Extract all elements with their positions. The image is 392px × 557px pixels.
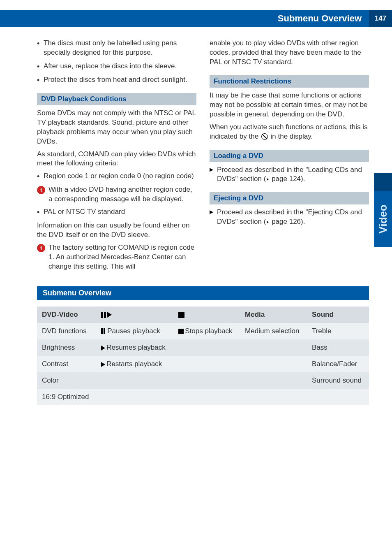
col-pause-play bbox=[96, 306, 173, 323]
body-text: Information on this can usually be found… bbox=[37, 221, 196, 240]
section-heading-restrictions: Functional Restrictions bbox=[210, 75, 369, 88]
list-item: Protect the discs from heat and direct s… bbox=[37, 75, 196, 85]
submenu-table: DVD-Video Media Sound DVD functions Paus… bbox=[37, 306, 369, 405]
body-text: As standard, COMAND can play video DVDs … bbox=[37, 150, 196, 169]
no-entry-icon bbox=[261, 133, 268, 140]
body-text: enable you to play video DVDs with other… bbox=[210, 39, 369, 67]
page-ref-icon bbox=[267, 221, 269, 223]
stop-icon bbox=[178, 312, 184, 318]
info-icon: i bbox=[37, 186, 45, 194]
table-row: 16:9 Optimized bbox=[37, 389, 369, 405]
chapter-tab-label: Video bbox=[377, 204, 390, 233]
col-dvd-video: DVD-Video bbox=[37, 306, 96, 323]
pause-play-icon bbox=[101, 312, 113, 318]
list-item: PAL or NTSC TV standard bbox=[37, 207, 196, 217]
submenu-overview-bar: Submenu Overview bbox=[37, 286, 369, 300]
page-ref-icon bbox=[267, 178, 269, 181]
procedure-step: Proceed as described in the "Loading CDs… bbox=[210, 165, 369, 184]
table-row: Contrast Restarts playback Balance/Fader bbox=[37, 356, 369, 372]
table-header-row: DVD-Video Media Sound bbox=[37, 306, 369, 323]
body-text: When you activate such functions or acti… bbox=[210, 123, 369, 142]
list-item: Region code 1 or region code 0 (no regio… bbox=[37, 172, 196, 181]
page-title: Submenu Overview bbox=[278, 13, 365, 24]
table-row: Brightness Resumes playback Bass bbox=[37, 339, 369, 356]
info-text: With a video DVD having another region c… bbox=[48, 185, 196, 204]
procedure-list: Proceed as described in the "Loading CDs… bbox=[210, 165, 369, 184]
procedure-step: Proceed as described in the "Ejecting CD… bbox=[210, 208, 369, 227]
list-item: After use, replace the discs into the sl… bbox=[37, 62, 196, 71]
chapter-tab: Video bbox=[374, 173, 392, 247]
info-note: i The factory setting for COMAND is regi… bbox=[37, 243, 196, 272]
body-text: Some DVDs may not comply with the NTSC o… bbox=[37, 109, 196, 146]
page-header: Submenu Overview 147 bbox=[0, 10, 392, 27]
page-number: 147 bbox=[369, 10, 392, 27]
section-heading-loading: Loading a DVD bbox=[210, 150, 369, 162]
left-column: The discs must only be labelled using pe… bbox=[37, 39, 196, 275]
play-icon bbox=[101, 346, 105, 350]
info-icon: i bbox=[37, 244, 45, 252]
section-heading-ejecting: Ejecting a DVD bbox=[210, 192, 369, 204]
list-item: The discs must only be labelled using pe… bbox=[37, 39, 196, 58]
table-row: Color Surround sound bbox=[37, 372, 369, 389]
col-sound: Sound bbox=[307, 306, 369, 323]
disc-care-list: The discs must only be labelled using pe… bbox=[37, 39, 196, 85]
pause-icon bbox=[101, 328, 106, 334]
body-text: It may be the case that some functions o… bbox=[210, 91, 369, 119]
right-column: enable you to play video DVDs with other… bbox=[210, 39, 369, 275]
col-stop bbox=[173, 306, 240, 323]
table-row: DVD functions Pauses playback Stops play… bbox=[37, 323, 369, 339]
info-text: The factory setting for COMAND is region… bbox=[48, 243, 196, 272]
stop-icon bbox=[178, 329, 184, 334]
col-media: Media bbox=[240, 306, 307, 323]
info-note: i With a video DVD having another region… bbox=[37, 185, 196, 204]
play-icon bbox=[101, 362, 105, 367]
procedure-list: Proceed as described in the "Ejecting CD… bbox=[210, 208, 369, 227]
section-heading-playback: DVD Playback Conditions bbox=[37, 93, 196, 105]
